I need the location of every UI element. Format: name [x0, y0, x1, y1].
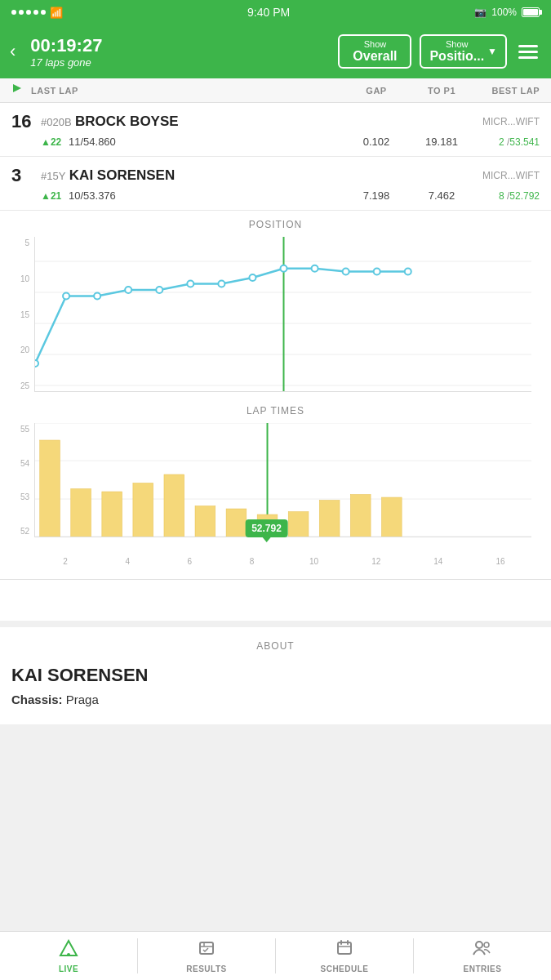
about-chassis-row: Chassis: Praga — [11, 693, 540, 706]
pos-y-10: 10 — [11, 274, 29, 283]
svg-rect-25 — [40, 440, 60, 537]
svg-rect-29 — [164, 474, 184, 537]
driver2-name: KAI SORENSEN — [69, 167, 175, 183]
driver1-best-lap-time: 53.541 — [509, 136, 540, 148]
svg-point-16 — [312, 265, 318, 272]
svg-point-18 — [374, 269, 380, 275]
lap-tooltip-value: 52.792 — [251, 523, 282, 534]
wifi-icon: 📶 — [50, 7, 63, 19]
svg-rect-35 — [350, 495, 371, 538]
lap-x-8: 8 — [220, 557, 282, 566]
back-button[interactable]: ‹ — [10, 38, 22, 65]
driver1-transponder: MICR...WIFT — [482, 116, 540, 127]
signal-strength — [11, 10, 46, 15]
svg-marker-0 — [13, 84, 21, 92]
about-driver-name: KAI SORENSEN — [11, 665, 540, 686]
svg-point-10 — [125, 287, 131, 293]
lap-y-52: 52 — [11, 527, 29, 536]
pos-y-20: 20 — [11, 345, 29, 354]
charts-area: POSITION 5 10 15 20 25 L — [0, 211, 551, 580]
flag-icon — [11, 83, 31, 97]
svg-point-14 — [249, 274, 256, 281]
pos-y-25: 25 — [11, 381, 29, 390]
svg-rect-26 — [71, 489, 91, 538]
lap-x-4: 4 — [96, 557, 158, 566]
driver1-position-change: ▲22 — [41, 136, 69, 148]
svg-rect-31 — [226, 509, 247, 537]
svg-point-9 — [94, 293, 100, 300]
svg-point-7 — [34, 360, 38, 367]
status-bar-left: 📶 — [11, 7, 63, 19]
bluetooth-icon: 📷 — [474, 7, 487, 18]
battery-percentage: 100% — [491, 7, 517, 18]
driver2-transponder: MICR...WIFT — [482, 170, 540, 181]
laps-suffix: laps gone — [45, 56, 91, 69]
lap-times-chart-container: 55 54 53 52 52.792 2 4 6 8 10 — [11, 423, 540, 566]
svg-point-13 — [218, 281, 224, 287]
lap-x-labels: 2 4 6 8 10 12 14 16 — [34, 557, 531, 566]
svg-rect-33 — [288, 512, 309, 538]
svg-point-8 — [63, 293, 69, 300]
driver1-to-p1: 19.181 — [409, 136, 474, 148]
svg-rect-27 — [102, 492, 122, 537]
driver2-laps: 10/53.376 — [69, 189, 344, 202]
driver1-number: #020B — [41, 116, 72, 128]
driver1-position: 16 — [11, 111, 34, 132]
status-bar: 📶 9:40 PM 📷 100% — [0, 0, 551, 24]
lap-times-chart-title: LAP TIMES — [11, 405, 540, 416]
position-chart-svg — [34, 237, 531, 392]
lap-x-10: 10 — [283, 557, 345, 566]
about-title: ABOUT — [11, 640, 540, 652]
svg-rect-28 — [133, 483, 153, 538]
driver2-to-p1: 7.462 — [409, 189, 474, 202]
dropdown-arrow-icon: ▼ — [487, 46, 497, 57]
svg-rect-30 — [195, 506, 216, 538]
chart-spacer — [0, 580, 551, 621]
position-chart-container: 5 10 15 20 25 — [11, 237, 540, 392]
header: ‹ 00:19:27 17 laps gone Show Overall Sho… — [0, 24, 551, 78]
lap-x-16: 16 — [469, 557, 531, 566]
status-time: 9:40 PM — [247, 6, 290, 19]
driver1-best: 2 /53.541 — [474, 136, 540, 148]
chassis-label: Chassis: — [11, 693, 63, 706]
show-overall-label: Show — [348, 39, 402, 49]
col-last-lap: LAST LAP — [31, 86, 344, 96]
driver1-gap: 0.102 — [344, 136, 409, 148]
lap-x-12: 12 — [345, 557, 407, 566]
position-chart-title: POSITION — [11, 219, 540, 230]
lap-x-2: 2 — [34, 557, 96, 566]
show-overall-button[interactable]: Show Overall — [338, 34, 411, 69]
driver1-name-block: #020B BROCK BOYSE — [34, 114, 482, 130]
show-position-value: Positio... — [429, 49, 484, 64]
svg-point-19 — [405, 269, 411, 275]
laps-count: 17 — [30, 56, 42, 69]
driver2-card[interactable]: 3 #15Y KAI SORENSEN MICR...WIFT ▲21 10/5… — [0, 157, 551, 211]
show-position-label: Show — [429, 39, 484, 49]
pos-y-15: 15 — [11, 310, 29, 319]
col-to-p1: TO P1 — [409, 86, 474, 96]
race-laps: 17 laps gone — [30, 56, 330, 69]
driver2-best-lap-num: 8 — [499, 190, 504, 202]
lap-y-54: 54 — [11, 459, 29, 468]
about-section: ABOUT KAI SORENSEN Chassis: Praga — [0, 621, 551, 724]
svg-point-15 — [281, 265, 287, 272]
svg-rect-36 — [381, 497, 402, 537]
col-best-lap: BEST LAP — [474, 86, 540, 96]
col-gap: GAP — [344, 86, 409, 96]
lap-tooltip: 52.792 — [245, 519, 288, 537]
driver1-card[interactable]: 16 #020B BROCK BOYSE MICR...WIFT ▲22 11/… — [0, 103, 551, 157]
menu-button[interactable] — [515, 42, 541, 62]
lap-x-14: 14 — [407, 557, 469, 566]
show-overall-value: Overall — [348, 49, 402, 64]
driver1-name: BROCK BOYSE — [75, 114, 179, 129]
column-headers: LAST LAP GAP TO P1 BEST LAP — [0, 78, 551, 103]
lap-y-53: 53 — [11, 492, 29, 501]
driver2-name-block: #15Y KAI SORENSEN — [34, 167, 482, 184]
chassis-value: Praga — [66, 693, 99, 706]
lap-y-55: 55 — [11, 425, 29, 434]
driver2-position: 3 — [11, 165, 34, 186]
race-time: 00:19:27 — [30, 35, 330, 56]
show-position-button[interactable]: Show Positio... ▼ — [420, 34, 507, 69]
svg-point-11 — [156, 287, 162, 293]
svg-rect-34 — [319, 501, 340, 538]
